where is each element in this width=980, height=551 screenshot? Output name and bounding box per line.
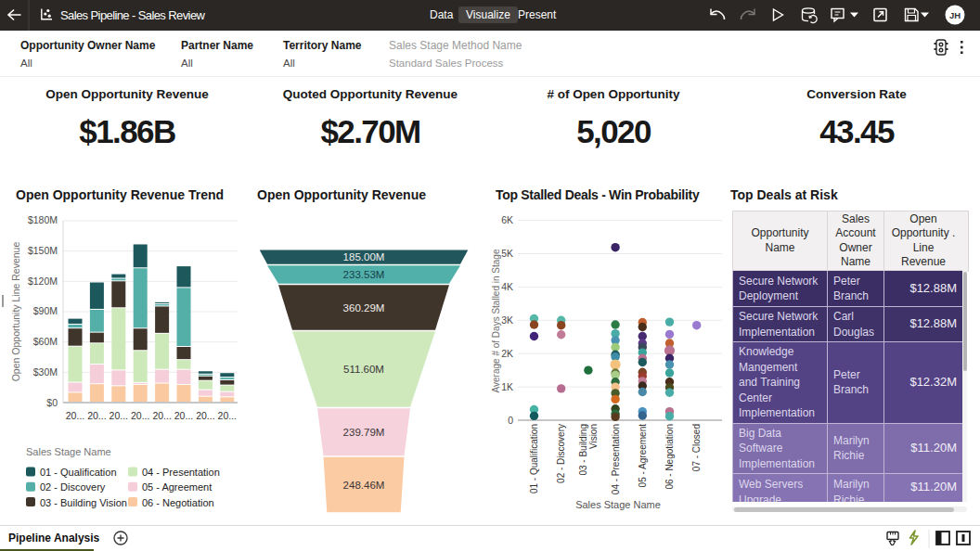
- svg-text:1K: 1K: [501, 381, 513, 392]
- svg-text:20...: 20...: [196, 410, 214, 421]
- svg-text:03 - Building: 03 - Building: [578, 424, 588, 476]
- svg-text:185.00M: 185.00M: [343, 251, 385, 263]
- svg-text:248.46M: 248.46M: [343, 480, 385, 491]
- svg-text:$90M: $90M: [33, 305, 58, 316]
- svg-text:2K: 2K: [501, 348, 513, 359]
- svg-text:233.53M: 233.53M: [343, 269, 385, 280]
- svg-text:3K: 3K: [501, 314, 513, 326]
- svg-text:4K: 4K: [501, 281, 513, 292]
- svg-text:20...: 20...: [87, 410, 106, 421]
- svg-text:20...: 20...: [174, 410, 193, 421]
- svg-text:Average # of Days Stalled in S: Average # of Days Stalled in Stage: [491, 249, 501, 392]
- svg-text:5K: 5K: [501, 248, 513, 259]
- svg-text:511.60M: 511.60M: [343, 364, 384, 375]
- svg-text:Sales Stage Name: Sales Stage Name: [26, 446, 111, 457]
- svg-text:06 - Negotiation: 06 - Negotiation: [664, 424, 675, 490]
- svg-text:04 - Presentation: 04 - Presentation: [142, 467, 220, 478]
- svg-text:05 - Agreement: 05 - Agreement: [638, 424, 648, 488]
- svg-text:$0: $0: [46, 397, 58, 408]
- svg-text:Open Opportunity Line Revenue: Open Opportunity Line Revenue: [10, 242, 21, 382]
- svg-text:$150M: $150M: [28, 245, 58, 256]
- svg-text:20...: 20...: [66, 410, 84, 421]
- svg-text:01 - Qualification: 01 - Qualification: [40, 467, 117, 478]
- svg-text:06 - Negotiation: 06 - Negotiation: [142, 497, 214, 508]
- svg-text:02 - Discovery: 02 - Discovery: [40, 481, 106, 493]
- svg-text:20...: 20...: [152, 410, 171, 421]
- svg-text:05 - Agreement: 05 - Agreement: [142, 481, 212, 493]
- svg-text:01 - Qualification: 01 - Qualification: [529, 424, 539, 493]
- svg-text:360.29M: 360.29M: [343, 302, 385, 314]
- svg-text:$30M: $30M: [33, 366, 58, 378]
- svg-text:04 - Presentation: 04 - Presentation: [611, 424, 621, 494]
- svg-text:239.79M: 239.79M: [343, 427, 385, 438]
- svg-text:02 - Discovery: 02 - Discovery: [556, 424, 566, 483]
- svg-text:03 - Building Vision: 03 - Building Vision: [40, 497, 127, 508]
- svg-text:Vision: Vision: [588, 424, 599, 449]
- svg-text:20...: 20...: [131, 410, 149, 421]
- svg-text:Sales Stage Name: Sales Stage Name: [575, 499, 661, 510]
- svg-text:20...: 20...: [218, 410, 237, 421]
- svg-text:07 - Closed: 07 - Closed: [691, 424, 702, 471]
- svg-text:20...: 20...: [110, 410, 128, 421]
- svg-text:$60M: $60M: [33, 336, 58, 347]
- svg-text:$180M: $180M: [28, 214, 58, 225]
- svg-text:0: 0: [508, 415, 513, 426]
- svg-text:JH: JH: [949, 10, 961, 20]
- svg-text:6K: 6K: [501, 214, 513, 225]
- svg-text:$120M: $120M: [28, 276, 58, 287]
